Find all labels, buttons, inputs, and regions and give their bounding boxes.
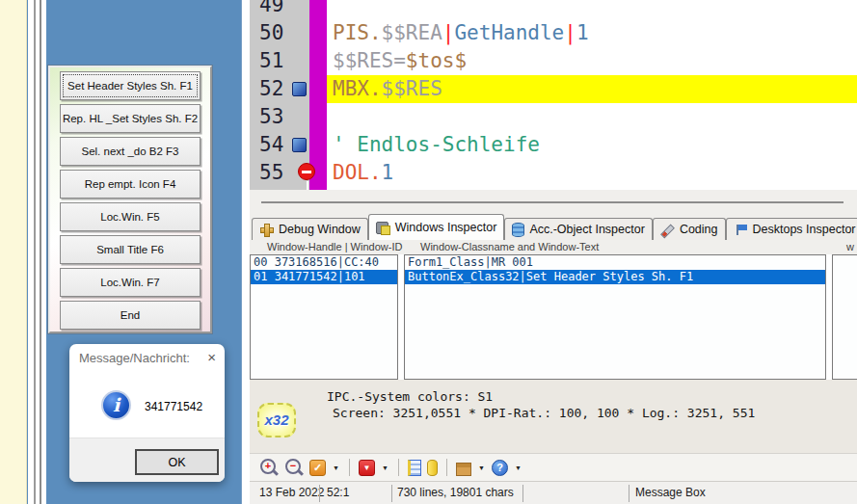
help-icon[interactable]: ? — [492, 460, 508, 476]
code-token: | — [442, 21, 455, 44]
list-item-selected[interactable]: ButtonEx_Class32|Set Header Styles Sh. F… — [405, 270, 825, 284]
line-number: 50 — [250, 19, 309, 47]
edge-line — [40, 0, 41, 504]
button-loc-win-f7[interactable]: Loc.Win. F7 — [60, 268, 201, 297]
button-small-title-f6[interactable]: Small Title F6 — [60, 235, 201, 264]
tab-coding[interactable]: Coding — [653, 218, 726, 240]
code-line-51[interactable]: $$RES=$tos$ — [327, 47, 857, 75]
main-window: 49 50 51 52 53 54 55 PIS.$$REA|GetHandle… — [241, 0, 857, 504]
toolbar-separator — [446, 459, 447, 476]
tab-debug-window[interactable]: Debug Window — [252, 218, 368, 240]
code-token: DOL. — [333, 161, 382, 184]
code-line-52-highlighted[interactable]: MBX.$$RES — [327, 75, 857, 103]
ok-button[interactable]: OK — [135, 449, 219, 475]
code-line-54[interactable]: ' Endlos-Schleife — [327, 131, 857, 159]
button-set-header-styles-f1[interactable]: Set Header Styles Sh. F1 — [60, 71, 201, 100]
check-icon[interactable]: ✓ — [309, 460, 326, 476]
status-mode: Message Box — [635, 482, 706, 503]
code-token: GetHandle — [454, 21, 564, 44]
line-number: 51 — [250, 47, 309, 75]
button-loc-win-f5[interactable]: Loc.Win. F5 — [60, 202, 201, 231]
code-token: | — [564, 21, 576, 44]
bookmark-icon[interactable] — [292, 138, 307, 152]
zoom-out-icon[interactable] — [284, 458, 304, 477]
status-date: 13 Feb 2022 — [259, 482, 324, 503]
list-item-selected[interactable]: 01 341771542|101 — [251, 270, 397, 284]
message-box-title: Message/Nachricht: — [79, 351, 190, 365]
bottom-toolbar: ✓ ▼ ▼ ▼ ▼ ? ▼ — [250, 453, 857, 481]
window-inspector-icon — [376, 221, 390, 235]
breakpoint-icon[interactable] — [298, 163, 315, 180]
left-cream-strip — [0, 0, 27, 504]
code-token: 1 — [576, 21, 589, 44]
pen-icon — [660, 223, 675, 237]
bookmark-icon[interactable] — [292, 82, 307, 96]
code-token: PIS. — [333, 21, 382, 44]
code-area[interactable]: PIS.$$REA|GetHandle|1 $$RES=$tos$ MBX.$$… — [327, 0, 857, 190]
status-bar: 13 Feb 2022 52:1 730 lines, 19801 chars … — [250, 481, 857, 504]
zoom-in-icon[interactable] — [259, 458, 279, 477]
status-divider — [629, 485, 629, 502]
report-icon[interactable] — [408, 460, 421, 476]
window-extra-list[interactable] — [832, 254, 857, 380]
button-end[interactable]: End — [60, 301, 201, 330]
code-line-55[interactable]: DOL.1 — [327, 159, 857, 187]
tab-acc-object-inspector[interactable]: Acc.-Object Inspector — [504, 218, 653, 240]
launcher-panel: Set Header Styles Sh. F1 Rep. HL _Set St… — [48, 66, 212, 333]
code-token: 1 — [382, 161, 394, 184]
list-item[interactable]: Form1_Class|MR 001 — [405, 255, 825, 270]
tab-label: Desktops Inspector — [753, 223, 856, 236]
tab-desktops-inspector[interactable]: Desktops Inspector — [726, 218, 857, 240]
code-token: $$RES — [382, 77, 442, 100]
tab-label: Windows Inspector — [395, 221, 497, 234]
chevron-down-icon[interactable]: ▼ — [477, 464, 486, 471]
inspector-column-headers: Window-Handle | Window-ID Window-Classna… — [250, 240, 857, 254]
tab-label: Acc.-Object Inspector — [529, 223, 645, 236]
code-token: $tos$ — [406, 49, 467, 72]
window-edge-strip — [28, 0, 46, 504]
code-token: ' Endlos-Schleife — [333, 133, 540, 156]
ipc-system-colors-text: IPC.-System colors: S1 — [327, 389, 493, 404]
tab-windows-inspector[interactable]: Windows Inspector — [368, 214, 505, 240]
window-handle-list[interactable]: 00 373168516|CC:40 01 341771542|101 — [250, 254, 398, 380]
line-number: 53 — [250, 103, 309, 131]
status-divider — [522, 485, 523, 502]
code-token: MBX. — [333, 77, 382, 100]
inspector-tabbar: Debug Window Windows Inspector Acc.-Obje… — [250, 214, 857, 240]
button-rep-hl-set-styles-f2[interactable]: Rep. HL _Set Styles Sh. F2 — [60, 104, 201, 133]
list-item[interactable]: 00 373168516|CC:40 — [251, 255, 397, 270]
database-icon — [512, 223, 524, 237]
message-box-value: 341771542 — [145, 400, 202, 413]
splitter[interactable] — [250, 190, 857, 214]
message-box: Message/Nachricht: × i 341771542 OK — [69, 344, 225, 482]
tab-label: Debug Window — [279, 223, 361, 236]
button-sel-next-do-b2-f3[interactable]: Sel. next _do B2 F3 — [60, 137, 201, 166]
selection-margin[interactable] — [309, 0, 327, 190]
caret — [307, 181, 308, 190]
chevron-down-icon[interactable]: ▼ — [332, 464, 340, 471]
splitter-handle[interactable] — [261, 201, 844, 203]
chevron-down-icon[interactable]: ▼ — [514, 464, 522, 471]
column-header-classname: Window-Classname and Window-Text — [420, 241, 599, 252]
close-icon[interactable]: × — [207, 349, 216, 365]
flag-icon — [734, 223, 748, 237]
toolbar-separator — [349, 459, 350, 476]
button-rep-empt-icon-f4[interactable]: Rep empt. Icon F4 — [60, 170, 201, 199]
package-icon[interactable] — [456, 463, 471, 476]
battery-icon[interactable] — [427, 460, 438, 476]
x32-badge: x32 — [257, 403, 296, 438]
system-info-panel: x32 IPC.-System colors: S1 Screen: 3251,… — [250, 380, 857, 453]
screen-dpi-text: Screen: 3251,0551 * DPI-Rat.: 100, 100 *… — [333, 406, 755, 420]
column-header-window: w — [846, 241, 854, 252]
tab-label: Coding — [680, 223, 718, 236]
chevron-down-icon[interactable]: ▼ — [381, 464, 389, 471]
status-divider — [391, 485, 392, 502]
code-line-50[interactable]: PIS.$$REA|GetHandle|1 — [327, 19, 857, 47]
code-editor[interactable]: 49 50 51 52 53 54 55 PIS.$$REA|GetHandle… — [250, 0, 857, 190]
status-divider — [319, 485, 320, 502]
message-box-footer: OK — [69, 438, 225, 482]
plus-icon — [259, 223, 274, 237]
red-arrow-icon[interactable]: ▼ — [359, 460, 375, 476]
window-classname-list[interactable]: Form1_Class|MR 001 ButtonEx_Class32|Set … — [404, 254, 826, 380]
info-icon: i — [101, 390, 131, 420]
